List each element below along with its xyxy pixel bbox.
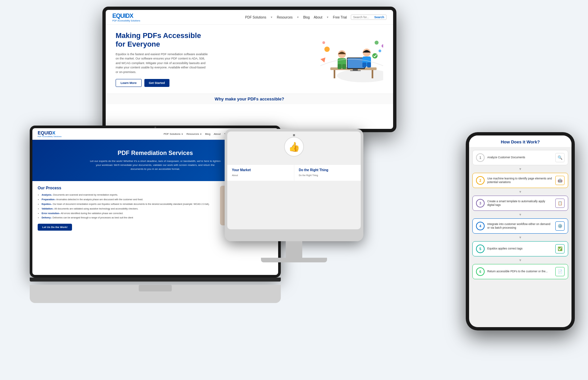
phone-container: How Does it Work? 1 Analyze Customer Doc… <box>466 132 575 330</box>
hero-content: Making PDFs Accessible for Everyone Equi… <box>116 31 304 87</box>
imac-frame: 👍 Your Market About Do the Right Thing D… <box>225 129 363 241</box>
svg-rect-7 <box>350 70 361 71</box>
nav-search-box: Search <box>351 15 386 20</box>
laptop-process-title: Our Process <box>38 186 213 190</box>
get-started-button[interactable]: Get Started <box>144 79 170 87</box>
step-6-text: Return accessible PDFs to the customer o… <box>487 270 553 273</box>
imac-two-col: Your Market About Do the Right Thing Do … <box>227 165 361 181</box>
svg-rect-15 <box>367 62 371 67</box>
logo-text: EQUID <box>112 13 129 19</box>
list-item: Error resolution– All errors identified … <box>42 211 213 215</box>
imac-col-right-thing: Do the Right Thing Do the Right Thing <box>294 165 361 181</box>
svg-point-19 <box>372 53 378 58</box>
nav-free-trial[interactable]: Free Trial <box>333 16 347 19</box>
imac-right-thing-text: Do the Right Thing <box>299 174 356 177</box>
imac-your-market-label: Your Market <box>232 168 289 172</box>
nav-search-input[interactable] <box>353 16 373 19</box>
step-5-text: Equidox applies correct tags <box>487 247 553 250</box>
laptop-process-list: Analysis– Documents are scanned and exam… <box>38 193 213 220</box>
svg-marker-20 <box>320 57 325 62</box>
monitor-hero: Making PDFs Accessible for Everyone Equi… <box>106 25 393 94</box>
step-6-icon: 📄 <box>555 267 565 276</box>
phone-frame: How Does it Work? 1 Analyze Customer Doc… <box>466 132 575 330</box>
list-item: Validation– All documents are validated … <box>42 207 213 211</box>
svg-point-17 <box>375 41 379 45</box>
laptop-process-content: Our Process Analysis– Documents are scan… <box>38 186 213 231</box>
imac-camera-dot <box>293 134 295 136</box>
phone-step-2: 2 Use machine learning to identify page … <box>472 173 568 188</box>
svg-rect-11 <box>342 64 346 69</box>
phone-step-4: 4 Integrate into customer workflow eithe… <box>472 218 568 234</box>
laptop-nav-pdf[interactable]: PDF Solutions ▼ <box>164 133 183 135</box>
phone-step-6: 6 Return accessible PDFs to the customer… <box>472 264 568 279</box>
nav-search-button[interactable]: Search <box>374 16 384 19</box>
step-5-icon: ✅ <box>555 244 565 253</box>
imac-container: 👍 Your Market About Do the Right Thing D… <box>225 129 363 268</box>
step-3-num: 3 <box>476 199 485 208</box>
monitor-logo: EQUIDX PDF Accessibility Solutions <box>112 13 140 22</box>
monitor-nav: EQUIDX PDF Accessibility Solutions PDF S… <box>106 10 393 25</box>
phone-step-3: 3 Create a smart template to automatical… <box>472 196 568 211</box>
imac-do-right-label: Do the Right Thing <box>299 168 356 172</box>
step-1-icon: 🔍 <box>555 153 565 162</box>
why-section: Why make your PDFs accessible? <box>106 94 393 104</box>
step-arrow-4: ▼ <box>472 236 568 239</box>
why-title: Why make your PDFs accessible? <box>116 96 383 101</box>
svg-rect-10 <box>338 64 342 69</box>
step-3-text: Create a smart template to automatically… <box>487 200 553 207</box>
imac-top-section: 👍 <box>227 132 361 165</box>
nav-resources[interactable]: Resources <box>277 16 293 19</box>
phone-screen: How Does it Work? 1 Analyze Customer Doc… <box>469 135 571 327</box>
step-3-icon: 📋 <box>555 199 565 208</box>
phone-step-5: 5 Equidox applies correct tags ✅ <box>472 241 568 256</box>
laptop-camera <box>155 127 156 128</box>
imac-thumbs-icon: 👍 <box>284 137 304 157</box>
step-2-icon: 🤖 <box>555 176 565 185</box>
svg-rect-3 <box>372 70 373 78</box>
monitor-frame: EQUIDX PDF Accessibility Solutions PDF S… <box>102 7 396 132</box>
imac-market-text: About <box>232 174 289 177</box>
nav-blog[interactable]: Blog <box>303 16 310 19</box>
list-item: Delivery– Deliveries can be arranged thr… <box>42 216 213 220</box>
phone-steps: 1 Analyze Customer Documents 🔍 ▼ 2 Use m… <box>469 147 571 282</box>
step-arrow-2: ▼ <box>472 190 568 194</box>
nav-pdf-solutions[interactable]: PDF Solutions <box>245 16 266 19</box>
step-arrow-1: ▼ <box>472 167 568 171</box>
svg-point-18 <box>379 50 381 52</box>
laptop-nav-blog[interactable]: Blog <box>205 133 210 135</box>
svg-rect-6 <box>353 69 358 70</box>
svg-rect-2 <box>334 70 335 78</box>
step-2-text: Use machine learning to identify page el… <box>487 177 553 184</box>
laptop-logo: EQUIDX PDF Accessibility Solutions <box>38 130 61 137</box>
laptop-hinge <box>30 278 281 282</box>
learn-more-button[interactable]: Learn More <box>116 79 142 87</box>
laptop-nav-about[interactable]: About <box>214 133 221 135</box>
imac-screen: 👍 Your Market About Do the Right Thing D… <box>227 132 361 229</box>
laptop-nav-resources[interactable]: Resources ▼ <box>187 133 202 135</box>
imac-stand <box>261 241 327 262</box>
svg-point-16 <box>324 47 330 52</box>
svg-rect-14 <box>362 62 366 67</box>
monitor-screen: EQUIDX PDF Accessibility Solutions PDF S… <box>106 10 393 129</box>
nav-about[interactable]: About <box>314 16 322 19</box>
laptop-cta-button[interactable]: Let Us Do the Work! <box>38 224 72 231</box>
list-item: Preparation– Anomalies detected in the a… <box>42 198 213 202</box>
list-item: Equidox– Our team of document remediatio… <box>42 202 213 206</box>
laptop-base <box>30 285 281 303</box>
step-arrow-3: ▼ <box>472 213 568 216</box>
imac-stand-base <box>261 258 327 262</box>
svg-point-22 <box>322 41 325 44</box>
hero-svg <box>311 33 383 86</box>
hero-illustration <box>311 33 383 86</box>
step-4-icon: ⚙️ <box>555 221 565 231</box>
step-4-num: 4 <box>476 222 485 230</box>
phone-step-1: 1 Analyze Customer Documents 🔍 <box>472 150 568 165</box>
step-1-text: Analyze Customer Documents <box>487 156 553 159</box>
imac-stand-neck <box>286 241 302 258</box>
step-2-num: 2 <box>476 176 485 185</box>
phone-header: How Does it Work? <box>469 135 571 147</box>
laptop-bottom <box>30 278 281 301</box>
logo-subtitle: PDF Accessibility Solutions <box>112 19 140 22</box>
step-arrow-5: ▼ <box>472 258 568 262</box>
monitor-nav-links: PDF Solutions ▼ Resources ▼ Blog About ▼… <box>245 15 386 20</box>
